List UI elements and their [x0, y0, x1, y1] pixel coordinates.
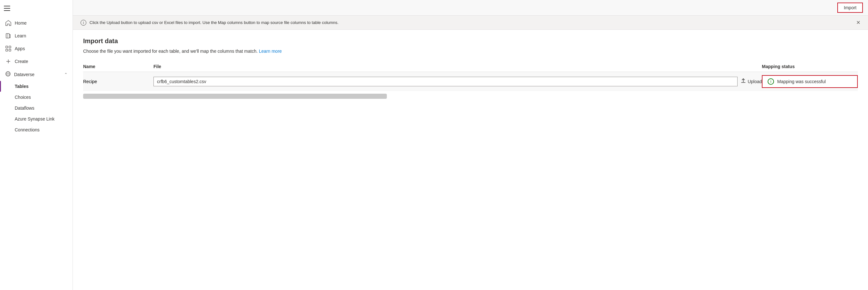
sidebar-label-learn: Learn: [15, 33, 26, 38]
table-row: Recipe Upload: [83, 72, 858, 91]
table-header: Name File Mapping status: [83, 61, 858, 72]
file-input[interactable]: [153, 77, 738, 86]
sidebar-label-dataverse: Dataverse: [14, 72, 34, 77]
col-header-file: File: [153, 64, 762, 69]
horizontal-scrollbar[interactable]: [83, 94, 387, 99]
sidebar-item-azure-synapse[interactable]: Azure Synapse Link: [0, 114, 72, 124]
import-description: Choose the file you want imported for ea…: [83, 49, 858, 54]
import-title: Import data: [83, 37, 858, 45]
svg-rect-0: [6, 34, 9, 38]
svg-rect-3: [6, 49, 8, 51]
upload-button[interactable]: Upload: [741, 78, 762, 85]
info-banner: i Click the Upload button to upload csv …: [73, 16, 868, 30]
sidebar-label-home: Home: [15, 21, 27, 26]
sidebar-item-apps[interactable]: Apps: [0, 42, 72, 55]
import-section: Import data Choose the file you want imp…: [73, 30, 868, 106]
sidebar-label-create: Create: [15, 59, 28, 64]
upload-icon: [741, 78, 746, 85]
svg-rect-2: [9, 46, 11, 48]
content-area: i Click the Upload button to upload csv …: [73, 16, 868, 290]
col-header-name: Name: [83, 64, 153, 69]
plus-icon: [5, 58, 11, 65]
import-table: Name File Mapping status Recipe: [83, 61, 858, 91]
banner-text: Click the Upload button to upload csv or…: [90, 20, 339, 25]
apps-icon: [5, 45, 11, 52]
close-banner-button[interactable]: ✕: [856, 20, 860, 26]
home-icon: [5, 20, 11, 26]
menu-icon[interactable]: [4, 5, 10, 11]
upload-label: Upload: [748, 79, 762, 84]
mapping-status-text: Mapping was successful: [777, 79, 826, 84]
sidebar-label-apps: Apps: [15, 46, 25, 51]
sidebar-header: [0, 0, 72, 17]
row-name: Recipe: [83, 79, 153, 84]
sidebar-item-home[interactable]: Home: [0, 17, 72, 29]
sidebar-item-learn[interactable]: Learn: [0, 29, 72, 42]
svg-rect-4: [9, 49, 11, 51]
sidebar-section-dataverse[interactable]: Dataverse ⌃: [0, 68, 72, 81]
col-header-mapping: Mapping status: [762, 64, 858, 69]
top-bar: Import: [73, 0, 868, 16]
mapping-success-icon: i: [768, 78, 774, 85]
dataverse-sub-nav: Tables Choices Dataflows Azure Synapse L…: [0, 81, 72, 135]
main-content: Import i Click the Upload button to uplo…: [73, 0, 868, 290]
chevron-up-icon: ⌃: [64, 72, 67, 77]
globe-icon: [5, 71, 11, 78]
file-input-container: Upload: [153, 77, 762, 86]
sidebar-item-connections[interactable]: Connections: [0, 124, 72, 135]
sidebar: Home Learn Apps Create: [0, 0, 73, 290]
sidebar-item-create[interactable]: Create: [0, 55, 72, 68]
mapping-status-badge: i Mapping was successful: [762, 75, 858, 88]
learn-more-link[interactable]: Learn more: [259, 49, 282, 54]
svg-rect-1: [6, 46, 8, 48]
book-icon: [5, 33, 11, 39]
sidebar-item-dataflows[interactable]: Dataflows: [0, 103, 72, 114]
import-button[interactable]: Import: [837, 3, 863, 13]
sidebar-item-choices[interactable]: Choices: [0, 92, 72, 103]
sidebar-item-tables[interactable]: Tables: [0, 81, 72, 92]
info-icon: i: [81, 20, 86, 26]
